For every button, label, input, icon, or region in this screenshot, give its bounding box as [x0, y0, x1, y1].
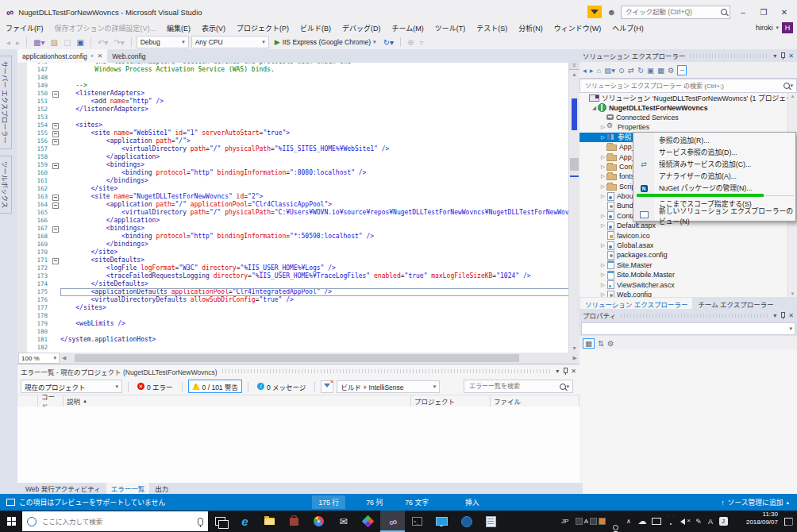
- ime-tool-icon[interactable]: [590, 518, 597, 525]
- clear-filter-icon[interactable]: [321, 380, 333, 393]
- tree-item[interactable]: ソリューション 'NugetDLLTestForNewWovncs' (1 プロ…: [579, 93, 797, 102]
- line-indicator[interactable]: 175 行: [312, 495, 345, 509]
- feedback-icon[interactable]: ☻: [606, 7, 616, 17]
- context-menu-item[interactable]: ⇄接続済みサービスの追加(C)...: [633, 158, 795, 170]
- collapse-icon[interactable]: [52, 91, 59, 98]
- expander-icon[interactable]: ▷: [599, 173, 606, 179]
- close-button[interactable]: ✕: [776, 5, 792, 19]
- menu-item[interactable]: 分析(N): [513, 21, 549, 35]
- panel-tab[interactable]: エラー一覧: [106, 483, 150, 494]
- menu-item[interactable]: ウィンドウ(W): [549, 21, 607, 35]
- show-all-files-icon[interactable]: ▦: [657, 66, 664, 75]
- scroll-up-icon[interactable]: ▲: [788, 94, 797, 98]
- tree-item[interactable]: ◢NugetDLLTestForNewWovncs: [579, 102, 797, 112]
- insert-mode-indicator[interactable]: 挿入: [459, 495, 486, 509]
- switch-views-icon[interactable]: ▤▾: [604, 66, 615, 75]
- attach-icon[interactable]: ⊕: [406, 38, 415, 47]
- navigate-forward-icon[interactable]: ▸: [14, 38, 21, 47]
- properties-icon[interactable]: ⚙: [668, 66, 675, 75]
- document-tab[interactable]: applicationhost.config+✕: [17, 49, 107, 63]
- command-prompt-taskbar-button[interactable]: >_: [405, 511, 429, 532]
- scroll-down-icon[interactable]: ▼: [569, 344, 579, 353]
- refresh-icon[interactable]: ↻: [637, 66, 644, 75]
- solution-explorer-title-bar[interactable]: ソリューション エクスプローラー ▾ ✕: [579, 49, 797, 62]
- properties-object-dropdown[interactable]: ▾: [581, 322, 795, 335]
- ime-toolbox-icon[interactable]: [599, 518, 606, 525]
- editor-horizontal-scrollbar[interactable]: 100 %▾ ◀ ▶: [17, 353, 579, 364]
- home-icon[interactable]: ⌂: [597, 66, 602, 75]
- tree-item[interactable]: ▷Web.config: [579, 290, 797, 297]
- zoom-dropdown[interactable]: 100 %▾: [18, 353, 60, 364]
- column-header[interactable]: プロジェクト: [411, 395, 491, 407]
- start-button[interactable]: [0, 511, 22, 532]
- warnings-toggle[interactable]: 0 / 101 警告: [188, 380, 242, 393]
- context-menu-item[interactable]: 参照の追加(R)...: [633, 134, 795, 146]
- remote-desktop-taskbar-button[interactable]: [429, 511, 454, 532]
- property-pages-icon[interactable]: ⚙: [607, 339, 614, 348]
- refresh-icon[interactable]: ↻▾: [382, 38, 395, 47]
- title-bar[interactable]: ∞ NugetDLLTestForNewWovncs - Microsoft V…: [0, 0, 797, 22]
- ime-kana-icon[interactable]: A: [584, 518, 588, 525]
- expander-icon[interactable]: ▷: [599, 242, 606, 249]
- ime-tool-icon[interactable]: [576, 518, 583, 525]
- menu-item[interactable]: 表示(V): [196, 21, 231, 35]
- column-header[interactable]: ファイル: [491, 395, 579, 407]
- chrome-taskbar-button[interactable]: [306, 511, 331, 532]
- errors-toggle[interactable]: ✕ 0 エラー: [134, 382, 176, 391]
- wifi-icon[interactable]: [664, 516, 678, 527]
- menu-item[interactable]: ファイル(F): [0, 21, 49, 35]
- ime-mode-icon[interactable]: [716, 517, 730, 526]
- pending-changes-icon[interactable]: ⊙: [618, 66, 625, 75]
- taskbar-clock[interactable]: 11:30 2018/09/07: [730, 511, 781, 532]
- avatar[interactable]: H: [782, 22, 793, 33]
- column-header[interactable]: [17, 395, 38, 407]
- onedrive-icon[interactable]: ☁: [635, 516, 649, 526]
- expander-icon[interactable]: ▷: [599, 272, 606, 278]
- error-list-grid[interactable]: [17, 407, 579, 484]
- breakpoint-margin[interactable]: [17, 63, 27, 353]
- close-icon[interactable]: ✕: [571, 368, 576, 375]
- expander-icon[interactable]: ▷: [599, 164, 606, 170]
- column-header[interactable]: 説明▲: [64, 395, 411, 407]
- code-editor[interactable]: 146 the <listenerAdapters> section defin…: [17, 63, 579, 353]
- close-icon[interactable]: ✕: [788, 312, 794, 319]
- start-debugging-button[interactable]: ▶ IIS Express (Google Chrome) ▾: [271, 38, 379, 46]
- collapse-icon[interactable]: [52, 139, 59, 145]
- chevron-down-icon[interactable]: ▾: [556, 368, 559, 375]
- pin-icon[interactable]: [780, 52, 785, 60]
- quick-launch-box[interactable]: [621, 6, 730, 19]
- visual-studio-taskbar-button[interactable]: ∞: [380, 511, 405, 532]
- scroll-down-icon[interactable]: ▼: [788, 291, 797, 296]
- categorized-icon[interactable]: ▦: [583, 338, 595, 349]
- quick-launch-input[interactable]: [624, 7, 721, 17]
- menu-item[interactable]: チーム(M): [387, 21, 429, 35]
- expander-icon[interactable]: ▷: [599, 262, 606, 268]
- undo-icon[interactable]: ↶▾: [96, 38, 110, 47]
- alphabetical-icon[interactable]: ⇅: [598, 339, 604, 348]
- vs-installer-taskbar-button[interactable]: [356, 511, 380, 532]
- onenote-taskbar-button[interactable]: [479, 511, 503, 532]
- collapse-icon[interactable]: [52, 131, 59, 137]
- character-indicator[interactable]: 76 文字: [398, 495, 435, 509]
- expander-icon[interactable]: ▷: [599, 282, 606, 288]
- error-list-title-bar[interactable]: エラー一覧 - 現在のプロジェクト (NugetDLLTestForNewWov…: [17, 364, 579, 378]
- mail-taskbar-button[interactable]: ✉: [331, 511, 356, 532]
- collapse-all-icon[interactable]: ▣: [647, 66, 654, 75]
- splitter-handle[interactable]: ≡: [569, 63, 579, 70]
- hidden-icons-chevron[interactable]: ∧: [622, 518, 635, 525]
- scrollbar-thumb[interactable]: [570, 158, 579, 171]
- column-indicator[interactable]: 76 列: [360, 495, 389, 509]
- save-icon[interactable]: ▢: [62, 38, 72, 47]
- scroll-right-icon[interactable]: ▶: [571, 355, 579, 361]
- menu-item[interactable]: テスト(S): [471, 21, 513, 35]
- pin-icon[interactable]: +: [90, 52, 94, 60]
- tree-item[interactable]: ▷ViewSwitcher.ascx: [579, 279, 797, 289]
- document-tab[interactable]: Web.config: [107, 49, 150, 63]
- file-explorer-taskbar-button[interactable]: [257, 511, 282, 532]
- context-menu-item[interactable]: サービス参照の追加(D)...: [633, 146, 795, 158]
- pen-icon[interactable]: ✎: [692, 518, 705, 526]
- tree-item[interactable]: ▷Site.Mobile.Master: [579, 270, 797, 279]
- save-all-icon[interactable]: ▣: [75, 38, 85, 47]
- expander-icon[interactable]: ▷: [599, 124, 606, 130]
- navigate-back-icon[interactable]: ◂: [5, 38, 12, 47]
